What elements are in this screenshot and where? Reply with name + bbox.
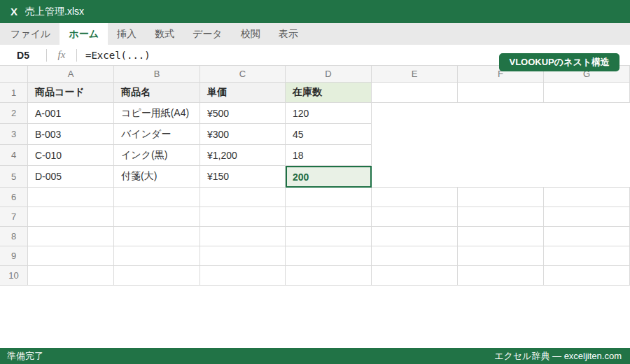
cell-G10[interactable] xyxy=(544,266,630,286)
cell-G7[interactable] xyxy=(544,207,630,227)
cell-C6[interactable] xyxy=(200,188,286,207)
column-header-A[interactable]: A xyxy=(28,66,114,83)
column-header-D[interactable]: D xyxy=(286,66,372,83)
cell-name-box[interactable]: D5 xyxy=(0,50,46,61)
cell-A7[interactable] xyxy=(28,207,114,227)
spreadsheet-grid: ABCDEFG1商品コード商品名単価在庫数2A-001コピー用紙(A4)¥500… xyxy=(0,66,630,286)
cell-A5[interactable]: D-005 xyxy=(28,166,114,188)
cell-G9[interactable] xyxy=(544,246,630,266)
credit-text: エクセル辞典 ― exceljiten.com xyxy=(494,350,622,363)
cell-B10[interactable] xyxy=(114,266,200,286)
cell-A10[interactable] xyxy=(28,266,114,286)
column-header-E[interactable]: E xyxy=(372,66,458,83)
cell-B4[interactable]: インク(黒) xyxy=(114,145,200,166)
cell-C3[interactable]: ¥300 xyxy=(200,124,286,145)
cell-B7[interactable] xyxy=(114,207,200,227)
row-header-6[interactable]: 6 xyxy=(0,188,28,207)
cell-F9[interactable] xyxy=(458,246,544,266)
row-header-5[interactable]: 5 xyxy=(0,166,28,188)
cell-C8[interactable] xyxy=(200,227,286,246)
tab-insert[interactable]: 挿入 xyxy=(108,23,146,45)
cell-G3[interactable] xyxy=(544,124,630,145)
cell-F10[interactable] xyxy=(458,266,544,286)
row-header-10[interactable]: 10 xyxy=(0,266,28,286)
column-header-C[interactable]: C xyxy=(200,66,286,83)
cell-F4[interactable] xyxy=(458,145,544,166)
cell-F3[interactable] xyxy=(458,124,544,145)
cell-A8[interactable] xyxy=(28,227,114,246)
cell-A4[interactable]: C-010 xyxy=(28,145,114,166)
cell-B9[interactable] xyxy=(114,246,200,266)
cell-A2[interactable]: A-001 xyxy=(28,103,114,124)
row-header-9[interactable]: 9 xyxy=(0,246,28,266)
cell-G2[interactable] xyxy=(544,103,630,124)
cell-G1[interactable] xyxy=(544,83,630,103)
cell-D5[interactable]: 200 xyxy=(286,166,372,188)
row-header-4[interactable]: 4 xyxy=(0,145,28,166)
cell-D8[interactable] xyxy=(286,227,372,246)
cell-D7[interactable] xyxy=(286,207,372,227)
window-title: 売上管理.xlsx xyxy=(25,6,84,18)
cell-D9[interactable] xyxy=(286,246,372,266)
cell-D1[interactable]: 在庫数 xyxy=(286,83,372,103)
cell-E7[interactable] xyxy=(372,207,458,227)
cell-E9[interactable] xyxy=(372,246,458,266)
topic-badge: VLOOKUPのネスト構造 xyxy=(499,53,620,71)
cell-F8[interactable] xyxy=(458,227,544,246)
cell-C2[interactable]: ¥500 xyxy=(200,103,286,124)
row-header-3[interactable]: 3 xyxy=(0,124,28,145)
cell-C1[interactable]: 単価 xyxy=(200,83,286,103)
row-header-7[interactable]: 7 xyxy=(0,207,28,227)
cell-D10[interactable] xyxy=(286,266,372,286)
cell-F7[interactable] xyxy=(458,207,544,227)
cell-C10[interactable] xyxy=(200,266,286,286)
cell-B3[interactable]: バインダー xyxy=(114,124,200,145)
tab-view[interactable]: 表示 xyxy=(270,23,307,45)
cell-F1[interactable] xyxy=(458,83,544,103)
tab-home[interactable]: ホーム xyxy=(59,23,108,45)
cell-F5[interactable] xyxy=(458,166,544,188)
cell-A6[interactable] xyxy=(28,188,114,207)
cell-C5[interactable]: ¥150 xyxy=(200,166,286,188)
cell-G4[interactable] xyxy=(544,145,630,166)
cell-C9[interactable] xyxy=(200,246,286,266)
cell-F6[interactable] xyxy=(458,188,544,207)
cell-E3[interactable] xyxy=(372,124,458,145)
cell-E4[interactable] xyxy=(372,145,458,166)
cell-G8[interactable] xyxy=(544,227,630,246)
cell-B5[interactable]: 付箋(大) xyxy=(114,166,200,188)
row-header-2[interactable]: 2 xyxy=(0,103,28,124)
cell-G6[interactable] xyxy=(544,188,630,207)
cell-B1[interactable]: 商品名 xyxy=(114,83,200,103)
cell-D6[interactable] xyxy=(286,188,372,207)
select-all-corner[interactable] xyxy=(0,66,28,83)
cell-A9[interactable] xyxy=(28,246,114,266)
cell-D3[interactable]: 45 xyxy=(286,124,372,145)
cell-D2[interactable]: 120 xyxy=(286,103,372,124)
tab-review[interactable]: 校閲 xyxy=(232,23,270,45)
cell-F2[interactable] xyxy=(458,103,544,124)
tab-file[interactable]: ファイル xyxy=(1,23,59,45)
cell-B2[interactable]: コピー用紙(A4) xyxy=(114,103,200,124)
cell-G5[interactable] xyxy=(544,166,630,188)
row-header-8[interactable]: 8 xyxy=(0,227,28,246)
row-header-1[interactable]: 1 xyxy=(0,83,28,103)
cell-A1[interactable]: 商品コード xyxy=(28,83,114,103)
status-text: 準備完了 xyxy=(7,350,43,363)
cell-E8[interactable] xyxy=(372,227,458,246)
cell-D4[interactable]: 18 xyxy=(286,145,372,166)
column-header-B[interactable]: B xyxy=(114,66,200,83)
cell-B8[interactable] xyxy=(114,227,200,246)
cell-E10[interactable] xyxy=(372,266,458,286)
cell-E2[interactable] xyxy=(372,103,458,124)
tab-data[interactable]: データ xyxy=(183,23,232,45)
cell-C4[interactable]: ¥1,200 xyxy=(200,145,286,166)
cell-E5[interactable] xyxy=(372,166,458,188)
cell-C7[interactable] xyxy=(200,207,286,227)
cell-B6[interactable] xyxy=(114,188,200,207)
cell-A3[interactable]: B-003 xyxy=(28,124,114,145)
cell-E1[interactable] xyxy=(372,83,458,103)
formula-input[interactable]: =Excel(...) xyxy=(77,50,150,61)
tab-formulas[interactable]: 数式 xyxy=(146,23,183,45)
cell-E6[interactable] xyxy=(372,188,458,207)
